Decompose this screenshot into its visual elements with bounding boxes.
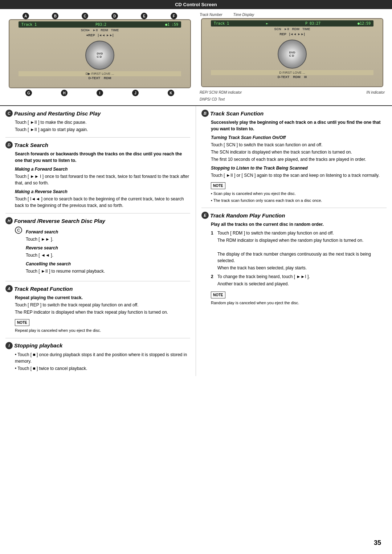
e-item-2-line2: Another track is selected and played.	[217, 281, 310, 287]
e-item-1-line4: When the track has been selected, play s…	[217, 265, 387, 271]
forward-search-title: Forward search	[26, 229, 105, 235]
section-a-note: NOTE Repeat play is canceled when you ej…	[15, 318, 190, 334]
note-content-b-1: • Scan play is canceled when you eject t…	[211, 191, 387, 197]
track-scan-on-off-line3: The first 10 seconds of each track are p…	[211, 156, 387, 163]
section-d: D Track Search Search forwards or backwa…	[5, 138, 190, 213]
section-d-body: Search forwards or backwards through the…	[15, 151, 190, 209]
track-scan-on-off-line1: Touch [ SCN ] to switch the track scan f…	[211, 142, 387, 148]
badge-d: D	[5, 141, 13, 148]
note-content-e: Random play is canceled when you eject t…	[211, 300, 387, 306]
right-annotations-top: Track Number Time Display	[200, 13, 385, 17]
scn-indicator: SCN●	[81, 28, 90, 32]
section-c: C Pausing and Restarting Disc Play Touch…	[5, 106, 190, 138]
section-i-body: • Touch [ ■ ] once during playback stops…	[15, 351, 190, 372]
right-time: TIME	[302, 27, 310, 31]
markers-bottom-left: G H I J K	[7, 90, 192, 96]
section-i-item2: • Touch [ ■ ] twice to cancel playback.	[15, 365, 190, 372]
in-indicator-annotation: IN indicator	[366, 89, 385, 95]
section-b-title-text: Track Scan Function	[210, 110, 264, 117]
right-cd-screen: Track 1 ► P 03:27 ●12:59 SCN ►II RDM TIM…	[201, 18, 383, 87]
section-a-intro: Repeat playing the current track.	[15, 294, 190, 301]
badge-e: E	[201, 212, 209, 219]
left-column: C Pausing and Restarting Disc Play Touch…	[5, 106, 196, 376]
marker-c: C	[82, 13, 88, 19]
left-rep-row: ●REP |◄◄ ►►|	[86, 33, 113, 37]
cancelling-body: Touch [ ►II ] to resume normal playback.	[26, 268, 105, 274]
reverse-search-body: Touch [ ◄◄ ].	[26, 252, 105, 258]
note-box-e: NOTE	[211, 292, 225, 298]
right-rep: REP	[279, 32, 286, 36]
e-item-2-content: To change the track being heard, touch […	[217, 273, 310, 288]
left-p-value: P03:2	[95, 23, 106, 27]
markers-top-left: A B C D E F	[7, 13, 192, 19]
section-b-title: B Track Scan Function	[201, 110, 387, 117]
right-p-value: P 03:27	[305, 21, 320, 25]
dnps-cd-text: DNPS/ CD Text	[200, 97, 225, 101]
subsection-reverse-search-title: Making a Reverse Search	[15, 188, 190, 195]
time-indicator: TIME	[111, 28, 119, 32]
section-b-note: NOTE • Scan play is canceled when you ej…	[211, 181, 387, 203]
section-h-subsections: Forward search Touch [ ►► ]. Reverse sea…	[26, 227, 105, 275]
section-a-line2: The REP indicator is displayed when the …	[15, 309, 190, 315]
right-indicators: SCN ►II RDM TIME	[274, 27, 310, 32]
right-rdm: RDM	[292, 27, 299, 31]
track-scan-on-off-title: Turning Track Scan Function On/Off	[211, 134, 387, 141]
right-annotations-bottom: REP/ SCN/ RDM indicator IN indicator	[200, 89, 385, 95]
cd-screen-left: A B C D E F Track 1 P03:2 ●1 :59 SCN● ►I…	[7, 13, 192, 102]
right-track-label: Track 1	[214, 21, 229, 25]
left-track-label: Track 1	[21, 23, 37, 27]
right-bottom-labels: D-TEXT RDM III	[278, 75, 307, 79]
subsection-forward-search-body: Touch [ ►► I ] once to fast forward to t…	[15, 173, 190, 186]
marker-b: B	[52, 13, 58, 19]
right-nav-btns: |◄◄ ►►|	[289, 32, 305, 36]
rep-scn-rdm-text: REP/ SCN/ RDM indicator	[200, 90, 242, 94]
right-play-pause: ►II	[284, 27, 289, 31]
main-content: C Pausing and Restarting Disc Play Touch…	[0, 105, 392, 376]
badge-h: H	[5, 217, 13, 224]
section-i-item1: • Touch [ ■ ] once during playback stops…	[15, 351, 190, 364]
d-text-label: D-TEXT	[89, 76, 101, 80]
marker-j: J	[132, 90, 139, 96]
page-number: 35	[374, 539, 381, 547]
in-indicator-text: IN indicator	[366, 90, 385, 94]
e-numbered-item-1: 1 Touch [ RDM ] to switch the random pla…	[211, 230, 387, 272]
section-c-title-text: Pausing and Restarting Disc Play	[14, 110, 101, 117]
section-d-title: D Track Search	[5, 141, 190, 148]
section-e-title-text: Track Random Play Function	[210, 212, 285, 219]
section-h: H Forward /Reverse Search Disc Play C Fo…	[5, 213, 190, 281]
section-c-body: Touch [ ►II ] to make the disc pause. To…	[15, 119, 190, 133]
left-indicators: SCN● ►II RDM TIME	[81, 28, 119, 33]
right-scn: SCN	[274, 27, 281, 31]
left-cd-screen: Track 1 P03:2 ●1 :59 SCN● ►II RDM TIME ●…	[9, 19, 191, 88]
header-bar: CD Control Screen	[0, 0, 392, 9]
marker-k: K	[168, 90, 174, 96]
section-h-body: C Forward search Touch [ ►► ]. Reverse s…	[15, 227, 190, 275]
subsection-forward-search-title: Making a Forward Search	[15, 166, 190, 172]
forward-search-body: Touch [ ►► ].	[26, 236, 105, 243]
section-a-title-text: Track Repeat Function	[14, 286, 73, 292]
right-arrow: ►	[266, 21, 268, 25]
section-a-line1: Touch [ REP ] to switch the track repeat…	[15, 302, 190, 308]
section-e: E Track Random Play Function Play all th…	[201, 208, 387, 310]
e-item-1-line3: The display of the track number changes …	[217, 251, 387, 264]
track-number-label: Track Number	[200, 13, 222, 17]
marker-e: E	[141, 13, 147, 19]
marker-g: G	[25, 90, 32, 96]
e-item-1-content: Touch [ RDM ] to switch the random play …	[217, 230, 387, 272]
time-display-label: Time Display	[233, 13, 254, 17]
left-song-text: D▶ FIRST LOVE ...	[19, 71, 181, 76]
left-rep: ●REP	[86, 33, 95, 37]
marker-f: F	[171, 13, 177, 19]
e-item-1-line2: The RDM indicator is displayed when the …	[217, 237, 387, 244]
badge-b: B	[201, 110, 209, 117]
section-c-title: C Pausing and Restarting Disc Play	[5, 110, 190, 117]
section-i-title: I Stopping playback	[5, 342, 190, 349]
right-rep-row: REP |◄◄ ►►|	[279, 32, 305, 36]
section-e-intro: Play all the tracks on the current disc …	[211, 221, 387, 228]
section-c-line1: Touch [ ►II ] to make the disc pause.	[15, 119, 190, 126]
badge-i: I	[5, 342, 13, 349]
section-d-intro: Search forwards or backwards through the…	[15, 151, 190, 164]
marker-a: A	[23, 13, 29, 19]
right-screen-display: Track 1 ► P 03:27 ●12:59	[211, 20, 373, 27]
cd-screen-area: A B C D E F Track 1 P03:2 ●1 :59 SCN● ►I…	[0, 9, 392, 105]
